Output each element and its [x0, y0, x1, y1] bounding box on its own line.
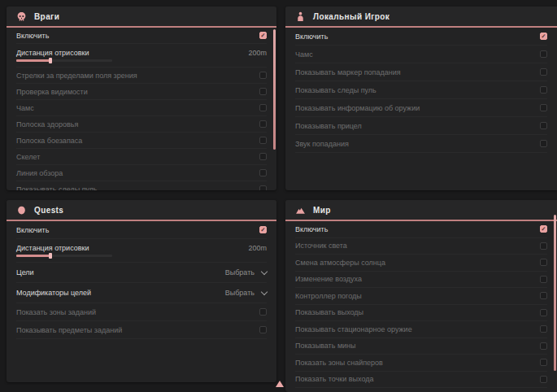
row-enemies-line-of-sight: Линия обзора — [16, 165, 267, 181]
row-label: Включить — [295, 225, 328, 233]
checkbox-lp-hitmarker[interactable] — [540, 68, 547, 76]
row-label: Линия обзора — [16, 169, 63, 177]
row-enemies-skeleton: Скелет — [16, 149, 267, 165]
checkbox-ammo-bar[interactable] — [259, 137, 267, 144]
checkbox-exit-points[interactable] — [540, 376, 547, 383]
row-quests-enable: Включить ✓ — [16, 221, 267, 239]
row-label: Дистанция отрисовки — [16, 244, 89, 252]
row-world-stationary-weapons: Показывать стационарное оружие — [295, 321, 547, 338]
checkbox-line-of-sight[interactable] — [259, 169, 267, 176]
slider-value: 200m — [248, 244, 267, 252]
panel-world-title: Мир — [313, 206, 331, 215]
row-lp-weapon-info: Показывать информацию об оружии — [295, 99, 547, 117]
checkbox-quests-enable[interactable]: ✓ — [259, 226, 267, 233]
quest-marker-icon — [16, 205, 27, 216]
slider-thumb[interactable] — [49, 58, 52, 63]
row-enemies-draw-distance: Дистанция отрисовки 200m — [16, 44, 267, 68]
checkbox-quest-zones[interactable] — [259, 308, 267, 316]
enemies-scrollbar[interactable] — [273, 29, 276, 150]
targets-dropdown[interactable]: Выбрать — [225, 268, 267, 277]
row-label: Проверка видимости — [16, 88, 88, 96]
checkbox-visibility-check[interactable] — [259, 88, 267, 95]
row-lp-hitsound: Звук попадания — [295, 135, 547, 153]
slider-thumb[interactable] — [49, 253, 52, 259]
draw-distance-slider[interactable] — [16, 59, 112, 62]
row-label: Полоска здоровья — [16, 120, 78, 128]
row-label: Чамс — [16, 104, 34, 112]
checkbox-weather-controller[interactable] — [540, 292, 547, 299]
row-lp-chams: Чамс — [295, 46, 547, 63]
checkbox-offscreen-arrows[interactable] — [259, 72, 267, 79]
row-quests-items: Показывать предметы заданий — [16, 321, 267, 339]
checkbox-chams[interactable] — [259, 104, 267, 111]
chevron-down-icon — [261, 288, 268, 294]
checkbox-exits[interactable] — [540, 309, 547, 316]
slider-fill — [16, 255, 50, 257]
checkbox-lp-weapon-info[interactable] — [540, 104, 547, 111]
checkbox-sniper-zones[interactable] — [540, 359, 547, 366]
slider-fill — [16, 59, 50, 62]
checkbox-lp-hitsound[interactable] — [540, 140, 547, 147]
row-label: Показывать предметы заданий — [16, 326, 122, 334]
quests-draw-distance-slider[interactable] — [16, 255, 112, 257]
panel-quests-header: Quests — [7, 200, 276, 221]
row-label: Дистанция отрисовки — [16, 49, 89, 57]
row-enemies-offscreen-arrows: Стрелки за пределами поля зрения — [16, 68, 267, 84]
checkbox-enemies-enable[interactable]: ✓ — [259, 32, 267, 39]
row-label: Показывать информацию об оружии — [295, 104, 420, 112]
panel-enemies-rows: Включить ✓ Дистанция отрисовки 200m Стре… — [7, 28, 276, 190]
row-label: Источник света — [295, 242, 347, 250]
checkbox-lp-enable[interactable]: ✓ — [540, 33, 547, 40]
row-lp-crosshair: Показывать прицел — [295, 117, 547, 135]
checkbox-mines[interactable] — [540, 342, 547, 350]
row-label: Модификаторы целей — [16, 289, 91, 297]
row-lp-hitmarker: Показывать маркер попадания — [295, 63, 547, 81]
row-label: Показывать следы пуль — [295, 86, 376, 94]
panel-quests-rows: Включить ✓ Дистанция отрисовки 200m Цели… — [7, 221, 276, 339]
checkbox-lp-bullet-trails[interactable] — [540, 86, 547, 94]
row-label: Смена атмосферы солнца — [295, 259, 385, 267]
checkbox-light-source[interactable] — [540, 242, 547, 250]
row-world-air-change: Изменение воздуха — [295, 272, 547, 289]
row-quests-targets: Цели Выбрать — [16, 263, 267, 283]
panel-enemies-title: Враги — [34, 12, 59, 21]
row-world-sniper-zones: Показать зоны снайперов — [295, 355, 547, 372]
row-label: Показать зоны заданий — [16, 308, 96, 316]
checkbox-air-change[interactable] — [540, 276, 547, 283]
checkbox-quest-items[interactable] — [259, 326, 267, 333]
row-enemies-ammo-bar: Полоска боезапаса — [16, 133, 267, 149]
dropdown-value: Выбрать — [225, 268, 255, 277]
row-enemies-visibility-check: Проверка видимости — [16, 84, 267, 100]
checkbox-bullet-trails[interactable] — [259, 185, 267, 190]
row-label: Включить — [16, 226, 49, 234]
row-enemies-chams: Чамс — [16, 100, 267, 116]
target-modifiers-dropdown[interactable]: Выбрать — [225, 289, 267, 297]
row-lp-bullet-trails: Показывать следы пуль — [295, 81, 547, 99]
checkbox-world-enable[interactable]: ✓ — [540, 225, 547, 233]
row-label: Контроллер погоды — [295, 292, 362, 300]
checkbox-health-bar[interactable] — [259, 120, 267, 128]
row-enemies-enable: Включить ✓ — [16, 28, 267, 44]
row-quests-target-modifiers: Модификаторы целей Выбрать — [16, 283, 267, 303]
row-label: Стрелки за пределами поля зрения — [16, 72, 137, 80]
dropdown-value: Выбрать — [225, 289, 255, 297]
checkbox-lp-crosshair[interactable] — [540, 122, 547, 129]
panel-quests-title: Quests — [34, 206, 63, 215]
row-label: Показать зоны снайперов — [295, 359, 383, 367]
row-world-light-source: Источник света — [295, 238, 547, 255]
checkbox-lp-chams[interactable] — [540, 50, 547, 58]
row-label: Включить — [295, 33, 328, 41]
row-label: Показывать следы пуль — [16, 185, 98, 191]
checkbox-skeleton[interactable] — [259, 153, 267, 160]
row-quests-zones: Показать зоны заданий — [16, 303, 267, 321]
row-world-exit-points: Показать точки выхода — [295, 372, 547, 389]
world-scrollbar[interactable] — [554, 215, 556, 371]
row-label: Показать точки выхода — [295, 375, 373, 383]
chevron-down-icon — [261, 268, 268, 274]
checkbox-stationary-weapons[interactable] — [540, 325, 547, 333]
checkbox-sun-atmosphere[interactable] — [540, 259, 547, 266]
row-label: Показывать стационарное оружие — [295, 325, 412, 333]
row-label: Скелет — [16, 153, 40, 161]
row-label: Показывать прицел — [295, 122, 362, 130]
row-label: Показывать маркер попадания — [295, 68, 401, 76]
